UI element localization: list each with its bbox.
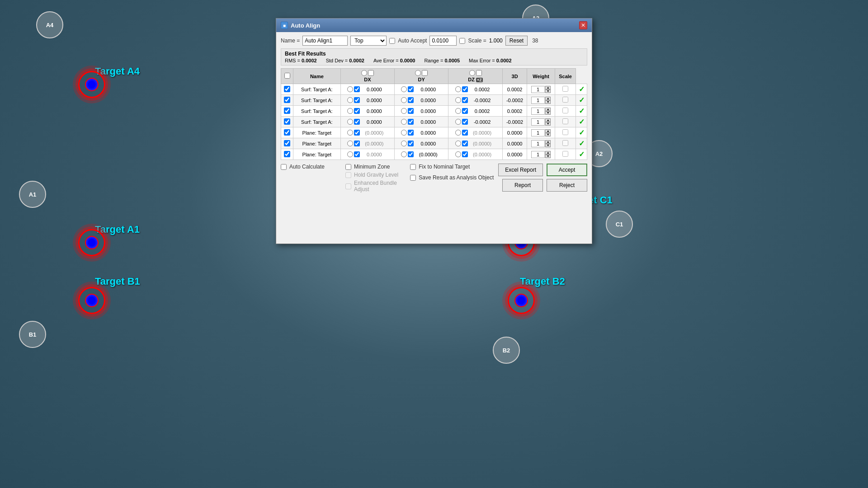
- dy-check-row-6[interactable]: [408, 151, 414, 157]
- dz-check-row-4[interactable]: [462, 130, 468, 136]
- dx-value-5[interactable]: [361, 141, 388, 146]
- report-button[interactable]: Report: [502, 179, 543, 192]
- select-all-checkbox[interactable]: [284, 73, 290, 79]
- dz-radio-row-6[interactable]: [455, 151, 461, 157]
- dz-check-row-1[interactable]: [462, 97, 468, 103]
- scale-check-4[interactable]: [562, 129, 568, 135]
- close-button[interactable]: ✕: [579, 21, 587, 29]
- dy-radio-row-6[interactable]: [401, 151, 407, 157]
- dz-value-3[interactable]: [469, 119, 496, 125]
- dy-check-row-5[interactable]: [408, 141, 414, 146]
- dy-value-6[interactable]: [415, 152, 442, 157]
- weight-input-3[interactable]: [531, 118, 545, 126]
- dx-check-row-1[interactable]: [354, 97, 360, 103]
- dy-value-4[interactable]: [415, 130, 442, 136]
- weight-input-2[interactable]: [531, 108, 545, 115]
- dx-check-row-0[interactable]: [354, 86, 360, 92]
- row-checkbox-5[interactable]: [284, 140, 290, 146]
- weight-down-3[interactable]: ▼: [545, 122, 551, 126]
- dx-check-row-2[interactable]: [354, 108, 360, 114]
- dx-radio-1[interactable]: [361, 70, 367, 76]
- weight-down-2[interactable]: ▼: [545, 111, 551, 115]
- scale-check-6[interactable]: [562, 151, 568, 157]
- dy-check-row-4[interactable]: [408, 130, 414, 136]
- dx-radio-row-3[interactable]: [347, 119, 353, 125]
- weight-input-1[interactable]: [531, 97, 545, 104]
- dz-check-row-6[interactable]: [462, 151, 468, 157]
- scale-checkbox[interactable]: [459, 38, 465, 44]
- auto-calculate-checkbox[interactable]: [281, 164, 287, 170]
- minimum-zone-checkbox[interactable]: [345, 164, 351, 170]
- weight-up-3[interactable]: ▲: [545, 118, 551, 122]
- weight-up-1[interactable]: ▲: [545, 97, 551, 100]
- row-checkbox-3[interactable]: [284, 118, 290, 125]
- weight-input-4[interactable]: [531, 129, 545, 136]
- dz-radio-row-0[interactable]: [455, 86, 461, 92]
- dx-value-4[interactable]: [361, 130, 388, 136]
- dy-value-5[interactable]: [415, 141, 442, 146]
- dz-radio-row-2[interactable]: [455, 108, 461, 114]
- dx-value-2[interactable]: [361, 108, 388, 114]
- dx-check[interactable]: [368, 70, 374, 76]
- weight-down-6[interactable]: ▼: [545, 155, 551, 158]
- dz-radio-row-3[interactable]: [455, 119, 461, 125]
- dx-radio-row-2[interactable]: [347, 108, 353, 114]
- dz-value-4[interactable]: [469, 130, 496, 136]
- weight-down-5[interactable]: ▼: [545, 144, 551, 147]
- dy-radio-row-5[interactable]: [401, 141, 407, 146]
- dz-value-0[interactable]: [469, 87, 496, 92]
- row-checkbox-1[interactable]: [284, 97, 290, 103]
- dy-radio-row-3[interactable]: [401, 119, 407, 125]
- dy-radio-row-1[interactable]: [401, 97, 407, 103]
- dy-check-row-0[interactable]: [408, 86, 414, 92]
- weight-input-0[interactable]: [531, 86, 545, 93]
- weight-down-4[interactable]: ▼: [545, 133, 551, 136]
- dz-check-row-5[interactable]: [462, 141, 468, 146]
- dz-radio-row-5[interactable]: [455, 141, 461, 146]
- dy-radio-1[interactable]: [415, 70, 421, 76]
- weight-up-5[interactable]: ▲: [545, 140, 551, 144]
- dz-value-2[interactable]: [469, 108, 496, 114]
- dy-check-row-3[interactable]: [408, 119, 414, 125]
- auto-accept-input[interactable]: [429, 36, 457, 46]
- dy-radio-row-4[interactable]: [401, 130, 407, 136]
- dx-radio-row-5[interactable]: [347, 141, 353, 146]
- dy-radio-row-2[interactable]: [401, 108, 407, 114]
- scale-check-1[interactable]: [562, 97, 568, 103]
- hold-gravity-checkbox[interactable]: [345, 172, 351, 178]
- auto-accept-checkbox[interactable]: [389, 38, 395, 44]
- excel-report-button[interactable]: Excel Report: [498, 164, 543, 176]
- scale-check-3[interactable]: [562, 118, 568, 124]
- dy-check[interactable]: [422, 70, 428, 76]
- reject-button[interactable]: Reject: [547, 179, 587, 192]
- dy-radio-row-0[interactable]: [401, 86, 407, 92]
- dx-radio-row-1[interactable]: [347, 97, 353, 103]
- dx-radio-row-0[interactable]: [347, 86, 353, 92]
- view-dropdown[interactable]: Top: [350, 36, 387, 46]
- dx-value-1[interactable]: [361, 98, 388, 103]
- dx-radio-row-6[interactable]: [347, 151, 353, 157]
- weight-up-6[interactable]: ▲: [545, 151, 551, 155]
- dx-radio-row-4[interactable]: [347, 130, 353, 136]
- weight-up-4[interactable]: ▲: [545, 129, 551, 133]
- scale-check-0[interactable]: [562, 86, 568, 92]
- dz-check[interactable]: [476, 70, 482, 76]
- dx-value-3[interactable]: [361, 119, 388, 125]
- reset-button[interactable]: Reset: [505, 36, 528, 46]
- scale-check-2[interactable]: [562, 108, 568, 113]
- weight-down-1[interactable]: ▼: [545, 100, 551, 104]
- dx-check-row-5[interactable]: [354, 141, 360, 146]
- dz-value-6[interactable]: [469, 152, 496, 157]
- fix-nominal-checkbox[interactable]: [410, 164, 416, 170]
- dz-radio-row-4[interactable]: [455, 130, 461, 136]
- dz-radio-1[interactable]: [469, 70, 475, 76]
- scale-check-5[interactable]: [562, 140, 568, 146]
- dy-value-3[interactable]: [415, 119, 442, 125]
- dz-check-row-0[interactable]: [462, 86, 468, 92]
- weight-down-0[interactable]: ▼: [545, 89, 551, 93]
- enhanced-bundle-checkbox[interactable]: [345, 183, 351, 189]
- dz-check-row-3[interactable]: [462, 119, 468, 125]
- dy-value-2[interactable]: [415, 108, 442, 114]
- dz-value-5[interactable]: [469, 141, 496, 146]
- save-result-checkbox[interactable]: [410, 175, 416, 181]
